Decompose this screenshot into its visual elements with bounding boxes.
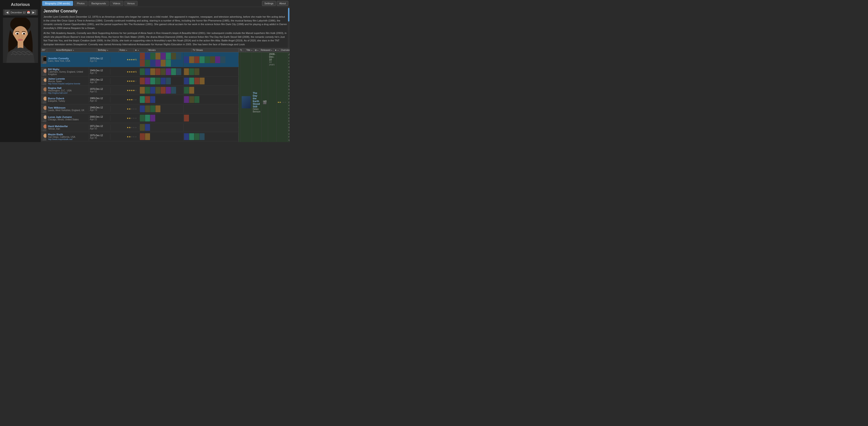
sort-icon-stars: ▲ [137, 49, 139, 51]
film-row-day-earth[interactable]: The Day the Earth Stood Still Helen Bens… [239, 52, 290, 142]
film-released-1: 2008-Dec-10 13 years [268, 52, 277, 142]
sort-icon-roles: ▲ [126, 49, 128, 51]
actor-row-lucas-zumann[interactable]: Lucas Jade Zumann Chicago, Illinois, Uni… [41, 114, 239, 123]
actor-age-jennifer: Age 51 [90, 60, 97, 62]
tab-backgrounds[interactable]: Backgrounds [89, 1, 109, 6]
app-title: Actorious [11, 2, 30, 7]
actor-name: Jennifer Connelly [43, 9, 287, 13]
actor-row-jaime-lorente[interactable]: Jaime Lorente Murcia, Spain http://www.m… [41, 77, 239, 86]
actor-stars-tom: ★★ [127, 108, 131, 110]
actor-row-burcu-ozberk[interactable]: Burcu Özberk Eskişehir, Turkey 1989-Dec-… [41, 95, 239, 104]
date-next-button[interactable]: ▶ [31, 10, 36, 14]
col-header-film-released[interactable]: Released ▲ [260, 48, 274, 52]
actor-age-tom: Age 73 [90, 109, 97, 111]
actor-name-bill: Bill Nighy [48, 68, 60, 70]
col-header-film-title[interactable]: Title ▲ [245, 48, 254, 52]
tab-versus[interactable]: Versus [124, 1, 138, 6]
sort-icon-title: ▲ [251, 49, 253, 51]
sidebar: Actorious ◀ December 12 📅 ▶ [0, 0, 41, 142]
actor-birthday-tom: 1948-Dec-12 [90, 106, 103, 109]
actor-birthplace-bill: Caterham, Surrey, England, United Kingdo… [48, 70, 88, 75]
bio-paragraph-1: Jennifer Lynn Connelly (born December 12… [43, 15, 287, 30]
tab-videos[interactable]: Videos [110, 1, 123, 6]
actor-birthday-regina: 1970-Dec-12 [90, 88, 103, 90]
actor-name-jennifer: Jennifer Connelly [48, 57, 69, 60]
actor-age-lucas: Age 21 [90, 118, 97, 121]
actor-photo [3, 18, 38, 63]
actor-stars-regina: ★★★★ [127, 89, 135, 92]
actor-birthplace-hasti: Tehran, Iran [48, 128, 60, 130]
actor-name-regina: Regina Hall [48, 87, 62, 89]
actor-stars-jaime: ★★★★ [127, 80, 135, 82]
col-header-film-type[interactable]: ⊞ ▲ [254, 48, 260, 52]
actor-link-jaime[interactable]: http://www.maydel.net/jaime-lorente [48, 83, 80, 85]
col-header-stars[interactable]: ★ ▲ [134, 48, 148, 52]
film-poster-1 [241, 52, 252, 142]
film-type-1: 🎬 [261, 52, 268, 142]
col-header-actor[interactable]: Actor/Birthplace ▲ [55, 48, 97, 52]
actor-row-regina-hall[interactable]: Regina Hall Washington, D.C., USA http:/… [41, 86, 239, 95]
col-header-film-overview[interactable]: Overview ▲ [280, 48, 290, 52]
main-content: Biography (298 words) Photos Backgrounds… [41, 0, 290, 142]
actor-link-mayim[interactable]: http://www.mayimbialik.net/ [48, 138, 73, 141]
col-label-tvshows: TV Shows [192, 49, 203, 51]
col-header-roles[interactable]: Roles ▲ [119, 48, 134, 52]
filmography-table: 71 Title ▲ ⊞ ▲ Released ▲ [239, 48, 290, 142]
actor-age-regina: Age 51 [90, 90, 97, 93]
col-header-movies[interactable]: Movies [148, 48, 192, 52]
actor-row-mayim-bialik[interactable]: Mayim Bialik San Diego, California, USA … [41, 132, 239, 142]
about-button[interactable]: About [277, 1, 288, 6]
settings-button[interactable]: Settings [262, 1, 276, 6]
actor-birthday-lucas: 2000-Dec-12 [90, 116, 103, 118]
actor-link-regina[interactable]: http://regina-hall.com/ [48, 92, 68, 94]
film-overview-1: A representative of an alien race that w… [288, 52, 290, 142]
actor-age-bill: Age 72 [90, 72, 97, 74]
tables-section: 297 Actor/Birthplace ▲ Birthday ▲ Roles … [41, 48, 290, 142]
actor-name-lucas: Lucas Jade Zumann [48, 116, 72, 118]
actor-age-jaime: Age 30 [90, 81, 97, 84]
col-header-tvshows[interactable]: TV Shows [192, 48, 239, 52]
actor-row-bill-nighy[interactable]: Bill Nighy Caterham, Surrey, England, Un… [41, 67, 239, 77]
actor-age-hasti: Age 50 [90, 127, 97, 130]
actor-stars-hasti: ★★ [127, 126, 131, 129]
actor-birthday-mayim: 1975-Dec-12 [90, 134, 103, 136]
tab-photos[interactable]: Photos [74, 1, 88, 6]
filmography-header: 71 Title ▲ ⊞ ▲ Released ▲ [239, 48, 290, 52]
sort-icon-actor: ▲ [73, 49, 74, 51]
sort-icon-type: ▲ [257, 49, 259, 51]
col-header-film-rating[interactable]: ★ ▲ [274, 48, 280, 52]
actor-birthday-bill: 1949-Dec-12 [90, 69, 103, 72]
col-label-actor: Actor/Birthplace [56, 49, 72, 51]
col-label-birthday: Birthday [98, 49, 106, 51]
actor-row-hasti-mahdavifar[interactable]: Hasti Mahdavifar Tehran, Iran 1971-Dec-1… [41, 123, 239, 132]
actor-name-tom: Tom Wilkinson [48, 106, 65, 109]
actor-name-mayim: Mayim Bialik [48, 133, 63, 136]
col-header-film-num: 71 [239, 48, 243, 52]
actor-stars-mayim: ★★ [127, 135, 131, 138]
col-label-movies: Movies [149, 49, 156, 51]
sort-icon-rating: ▲ [277, 49, 279, 51]
actor-birthday-jaime: 1991-Dec-12 [90, 79, 103, 81]
date-display: December 12 [11, 11, 26, 14]
actor-birthplace-tom: Leeds, West Yorkshire, England, UK [48, 109, 84, 112]
col-header-film-poster [243, 48, 245, 52]
biography-section: Jennifer Connelly Jennifer Lynn Connelly… [41, 7, 290, 48]
col-label-roles: Roles [120, 49, 125, 51]
actor-birthplace-lucas: Chicago, Illinois, United States [48, 118, 79, 121]
actor-stars-bill: ★★★★½ [127, 70, 137, 73]
actor-row-tom-wilkinson[interactable]: Tom Wilkinson Leeds, West Yorkshire, Eng… [41, 104, 239, 114]
tab-biography[interactable]: Biography (298 words) [42, 1, 73, 6]
col-label-stars: ★ [135, 49, 137, 51]
col-header-birthday[interactable]: Birthday ▲ [97, 48, 119, 52]
actor-birthday-burcu: 1989-Dec-12 [90, 97, 103, 99]
date-prev-button[interactable]: ◀ [5, 10, 10, 14]
calendar-icon[interactable]: 📅 [27, 11, 30, 14]
bio-paragraph-2: At the 74th Academy Awards, Connelly won… [43, 31, 287, 46]
date-navigator[interactable]: ◀ December 12 📅 ▶ [3, 9, 38, 16]
actor-table-body[interactable]: Jennifer Connelly Cairo, New York, USA 1… [41, 52, 239, 142]
filmography-body[interactable]: The Day the Earth Stood Still Helen Bens… [239, 52, 290, 142]
actor-row-jennifer-connelly[interactable]: Jennifer Connelly Cairo, New York, USA 1… [41, 52, 239, 67]
svg-point-9 [24, 33, 25, 34]
actor-birthplace-mayim: San Diego, California, USA [48, 136, 75, 138]
tab-bar: Biography (298 words) Photos Backgrounds… [41, 0, 290, 7]
